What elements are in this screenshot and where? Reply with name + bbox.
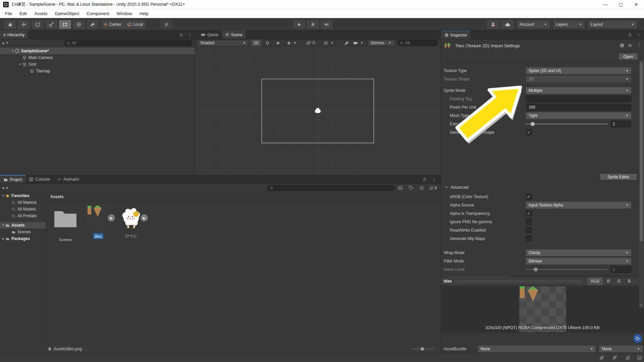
kebab-menu-icon[interactable]: ⋮ <box>188 32 192 37</box>
assetbundle-dropdown[interactable]: None▼ <box>478 346 596 352</box>
asset-thumbnail-folder[interactable] <box>52 208 78 235</box>
tab-console[interactable]: Console <box>25 175 53 183</box>
layout-dropdown[interactable]: Layout▼ <box>588 20 637 29</box>
help-icon[interactable]: ? <box>620 43 625 48</box>
texture-shape-dropdown[interactable]: 2D▼ <box>526 76 631 82</box>
extrude-edges-slider[interactable]: 1 <box>526 121 631 127</box>
effects-dropdown-icon[interactable]: ▼ <box>293 41 297 45</box>
hierarchy-search-input[interactable]: All <box>64 40 193 46</box>
search-by-type-icon[interactable] <box>398 185 403 190</box>
alpha-source-dropdown[interactable]: Input Texture Alpha▼ <box>526 202 631 208</box>
hierarchy-item-main-camera[interactable]: Main Camera <box>0 54 195 61</box>
save-search-icon[interactable] <box>419 185 424 190</box>
tab-inspector[interactable]: Inspector <box>441 31 470 39</box>
thumbnail-size-slider[interactable] <box>412 349 433 349</box>
generate-physics-shape-checkbox[interactable]: ✓ <box>526 129 532 135</box>
pixels-per-unit-field[interactable]: 100 <box>526 104 631 111</box>
srgb-color-texture--checkbox[interactable]: ✓ <box>526 194 532 199</box>
aniso-level-slider-track[interactable] <box>526 269 608 270</box>
layers-dropdown[interactable]: Layers▼ <box>553 20 585 29</box>
mesh-type-dropdown[interactable]: Tight▼ <box>526 112 631 119</box>
tab-game[interactable]: Game <box>197 31 222 39</box>
aniso-level-value-field[interactable]: 1 <box>610 266 631 273</box>
account-dropdown[interactable]: Account▼ <box>517 20 550 29</box>
tab-animator[interactable]: Animator <box>53 175 83 183</box>
filter-mode-dropdown[interactable]: Bilinear▼ <box>526 258 631 264</box>
scene-tools-icon[interactable] <box>344 41 349 46</box>
wrap-mode-dropdown[interactable]: Clamp▼ <box>526 249 631 256</box>
scene-viewport[interactable] <box>195 47 441 175</box>
extrude-edges-slider-track[interactable] <box>526 124 608 124</box>
menu-item-window[interactable]: Window <box>113 9 136 18</box>
asset-labels-button[interactable] <box>633 334 642 343</box>
preview-header[interactable]: tiles RGBRGB ⋮ <box>441 277 644 286</box>
project-search-input[interactable] <box>267 185 395 191</box>
maximize-button[interactable]: ▢ <box>613 0 629 9</box>
channel-button-rgb[interactable]: RGB <box>587 277 603 285</box>
rect-tool-button[interactable] <box>59 20 71 29</box>
tab-project[interactable]: Project <box>0 175 25 183</box>
tree-favorites[interactable]: ▼Favorites <box>0 192 46 199</box>
tree-packages[interactable]: ▶Packages <box>0 235 46 242</box>
channel-button-b[interactable]: B <box>624 277 634 285</box>
hierarchy-item-samplescene-[interactable]: ▼SampleScene* <box>0 48 195 54</box>
kebab-menu-icon[interactable]: ⋮ <box>432 177 436 182</box>
expand-asset-badge[interactable]: ▶ <box>141 214 148 222</box>
hierarchy-item-grid[interactable]: ▼Grid <box>0 61 195 68</box>
scene-audio-icon[interactable] <box>276 41 281 46</box>
aniso-level-slider[interactable]: 1 <box>526 266 631 273</box>
status-check-icon[interactable] <box>637 355 642 361</box>
assetbundle-variant-dropdown[interactable]: None▼ <box>599 346 643 352</box>
ignore-png-file-gamma-checkbox[interactable] <box>526 219 532 225</box>
menu-item-gameobject[interactable]: GameObject <box>51 9 83 18</box>
sprite-mode-dropdown[interactable]: Multiple▼ <box>526 87 631 94</box>
tab-hierarchy[interactable]: ≡ Hierarchy <box>0 31 28 39</box>
minimize-button[interactable]: — <box>598 0 613 9</box>
mute-messages-icon[interactable] <box>612 355 618 360</box>
toggle-2d-button[interactable]: 2D <box>251 40 261 46</box>
scrollbar-down-arrow[interactable]: ▼ <box>639 304 644 307</box>
scrollbar-thumb[interactable] <box>640 62 643 241</box>
foldout-triangle-icon[interactable]: ▶ <box>1 237 5 240</box>
extrude-edges-slider-handle[interactable] <box>531 122 535 126</box>
asset-item-folder[interactable]: Scenes <box>52 204 78 242</box>
tree-assets[interactable]: ▼Assets <box>0 222 46 229</box>
collab-button[interactable] <box>487 20 500 29</box>
tab-scene[interactable]: Scene <box>222 31 246 39</box>
gizmos-dropdown[interactable]: Gizmos▼ <box>368 40 394 46</box>
scene-search-input[interactable]: All <box>397 40 438 46</box>
move-tool-button[interactable] <box>18 20 30 29</box>
aniso-level-slider-handle[interactable] <box>534 267 538 272</box>
read-write-enabled-checkbox[interactable] <box>526 227 532 233</box>
lock-icon[interactable] <box>179 33 183 37</box>
foldout-triangle-icon[interactable]: ▼ <box>1 194 5 197</box>
menu-item-component[interactable]: Component <box>83 9 113 18</box>
packing-tag-field[interactable] <box>526 96 631 102</box>
project-add-button[interactable]: +▼ <box>0 185 11 191</box>
kebab-menu-icon[interactable]: ⋮ <box>637 32 641 37</box>
close-button[interactable]: ✕ <box>629 0 644 9</box>
hierarchy-add-button[interactable]: +▼ <box>0 40 11 46</box>
grid-visibility-icon[interactable] <box>323 41 328 46</box>
scale-tool-button[interactable] <box>45 20 57 29</box>
inspector-scrollbar[interactable]: ▼ <box>639 60 644 308</box>
texture-type-dropdown[interactable]: Sprite (2D and UI)▼ <box>526 67 631 74</box>
menu-item-help[interactable]: Help <box>136 9 152 18</box>
presets-icon[interactable] <box>628 43 633 48</box>
hierarchy-item-tilemap[interactable]: Tilemap <box>0 68 195 74</box>
cloud-button[interactable] <box>501 20 514 29</box>
foldout-triangle-icon[interactable]: ▼ <box>11 49 15 53</box>
lock-icon[interactable] <box>628 33 632 37</box>
menu-item-edit[interactable]: Edit <box>16 9 31 18</box>
shading-mode-dropdown[interactable]: Shaded▼ <box>197 40 249 46</box>
hidden-count-eye-icon[interactable] <box>429 185 434 191</box>
step-button[interactable] <box>321 20 333 29</box>
menu-item-file[interactable]: File <box>1 9 16 18</box>
camera-dropdown-icon[interactable]: ▼ <box>360 41 363 45</box>
scene-camera-icon[interactable] <box>353 40 358 46</box>
alpha-is-transparency-checkbox[interactable]: ✓ <box>526 210 532 216</box>
kebab-menu-icon[interactable]: ⋮ <box>637 42 641 47</box>
asset-item-image[interactable]: ▶ひつじ <box>118 204 144 242</box>
channel-button-g[interactable]: G <box>614 277 624 285</box>
tree-all-prefabs[interactable]: All Prefabs <box>0 213 46 219</box>
